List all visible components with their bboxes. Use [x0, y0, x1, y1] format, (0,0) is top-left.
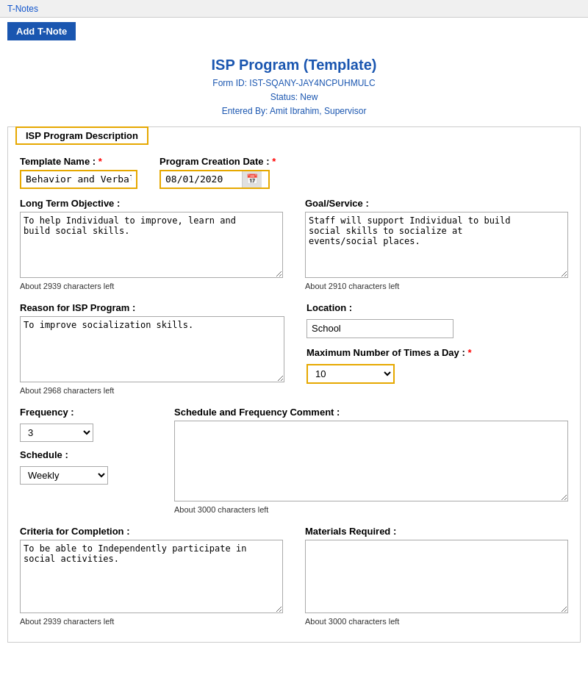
- schedule-group: Schedule : Weekly: [20, 449, 152, 485]
- goal-service-textarea[interactable]: Staff will support Individual to build s…: [305, 212, 568, 278]
- row-template-date: Template Name : * Program Creation Date …: [20, 156, 568, 189]
- program-creation-date-group: Program Creation Date : * 📅: [159, 156, 276, 189]
- sched-freq-comment-char-count: About 3000 characters left: [174, 505, 568, 514]
- section-tab-label: ISP Program Description: [15, 126, 148, 145]
- schedule-select[interactable]: Weekly: [20, 466, 108, 485]
- location-group: Location :: [306, 302, 568, 338]
- divider-2: [20, 399, 568, 407]
- long-term-objective-textarea[interactable]: To help Individual to improve, learn and…: [20, 212, 283, 278]
- top-bar: T-Notes: [0, 0, 588, 18]
- criteria-label: Criteria for Completion :: [20, 526, 283, 537]
- form-status: Status: New: [7, 90, 581, 104]
- materials-col: Materials Required : About 3000 characte…: [305, 526, 568, 626]
- reason-isp-label: Reason for ISP Program :: [20, 302, 284, 313]
- location-maxtimes-col: Location : Maximum Number of Times a Day…: [306, 302, 568, 395]
- frequency-schedule-col: Frequency : 3 Schedule : Weekly: [20, 407, 152, 514]
- sched-freq-comment-textarea[interactable]: [174, 421, 568, 501]
- reason-isp-textarea[interactable]: To improve socialization skills.: [20, 316, 284, 382]
- long-term-objective-group: Long Term Objective : To help Individual…: [20, 198, 283, 290]
- long-term-objective-label: Long Term Objective :: [20, 198, 283, 209]
- goal-service-char-count: About 2910 characters left: [305, 282, 568, 290]
- section-body: Template Name : * Program Creation Date …: [8, 146, 580, 642]
- required-star-3: *: [467, 347, 471, 358]
- form-entered-by: Entered By: Amit Ibrahim, Supervisor: [7, 104, 581, 118]
- add-tnote-wrapper: Add T-Note: [0, 18, 588, 45]
- materials-textarea[interactable]: [305, 540, 568, 613]
- location-input[interactable]: [306, 319, 453, 338]
- schedule-label: Schedule :: [20, 449, 152, 460]
- sched-freq-comment-col: Schedule and Frequency Comment : About 3…: [174, 407, 568, 514]
- row-objective-goal: Long Term Objective : To help Individual…: [20, 198, 568, 290]
- row-criteria-materials: Criteria for Completion : To be able to …: [20, 526, 568, 626]
- required-star-2: *: [272, 156, 276, 167]
- goal-service-group: Goal/Service : Staff will support Indivi…: [305, 198, 568, 290]
- required-star-1: *: [98, 156, 102, 167]
- page-header: ISP Program (Template) Form ID: IST-SQAN…: [0, 45, 588, 126]
- frequency-group: Frequency : 3: [20, 407, 152, 442]
- add-tnote-button[interactable]: Add T-Note: [7, 22, 76, 40]
- location-label: Location :: [306, 302, 568, 313]
- template-name-input[interactable]: [20, 170, 137, 189]
- long-term-objective-char-count: About 2939 characters left: [20, 282, 283, 290]
- template-name-label: Template Name : *: [20, 156, 137, 167]
- sched-freq-comment-label: Schedule and Frequency Comment :: [174, 407, 568, 418]
- max-times-day-group: Maximum Number of Times a Day : * 10: [306, 347, 568, 384]
- materials-char-count: About 3000 characters left: [305, 617, 568, 626]
- reason-isp-group: Reason for ISP Program : To improve soci…: [20, 302, 284, 395]
- isp-program-section: ISP Program Description Template Name : …: [7, 126, 581, 643]
- row-freq-sched: Frequency : 3 Schedule : Weekly Schedule…: [20, 407, 568, 514]
- calendar-icon: 📅: [246, 174, 258, 185]
- max-times-day-label: Maximum Number of Times a Day : *: [306, 347, 568, 358]
- form-meta: Form ID: IST-SQANY-JAY4NCPUHMULC Status:…: [7, 76, 581, 119]
- max-times-day-select[interactable]: 10: [306, 364, 395, 384]
- calendar-button[interactable]: 📅: [242, 171, 262, 188]
- frequency-label: Frequency :: [20, 407, 152, 418]
- tnotes-link[interactable]: T-Notes: [7, 4, 38, 14]
- criteria-col: Criteria for Completion : To be able to …: [20, 526, 283, 626]
- materials-label: Materials Required :: [305, 526, 568, 537]
- reason-isp-char-count: About 2968 characters left: [20, 386, 284, 395]
- program-creation-date-label: Program Creation Date : *: [159, 156, 276, 167]
- frequency-select[interactable]: 3: [20, 424, 93, 442]
- divider-3: [20, 518, 568, 526]
- date-input[interactable]: [161, 171, 242, 187]
- date-input-wrapper: 📅: [159, 170, 270, 189]
- template-name-group: Template Name : *: [20, 156, 137, 189]
- criteria-char-count: About 2939 characters left: [20, 617, 283, 626]
- divider-1: [20, 295, 568, 302]
- page-title: ISP Program (Template): [7, 57, 581, 74]
- form-id: Form ID: IST-SQANY-JAY4NCPUHMULC: [7, 76, 581, 90]
- row-reason-location: Reason for ISP Program : To improve soci…: [20, 302, 568, 395]
- goal-service-label: Goal/Service :: [305, 198, 568, 209]
- criteria-textarea[interactable]: To be able to Independently participate …: [20, 540, 283, 613]
